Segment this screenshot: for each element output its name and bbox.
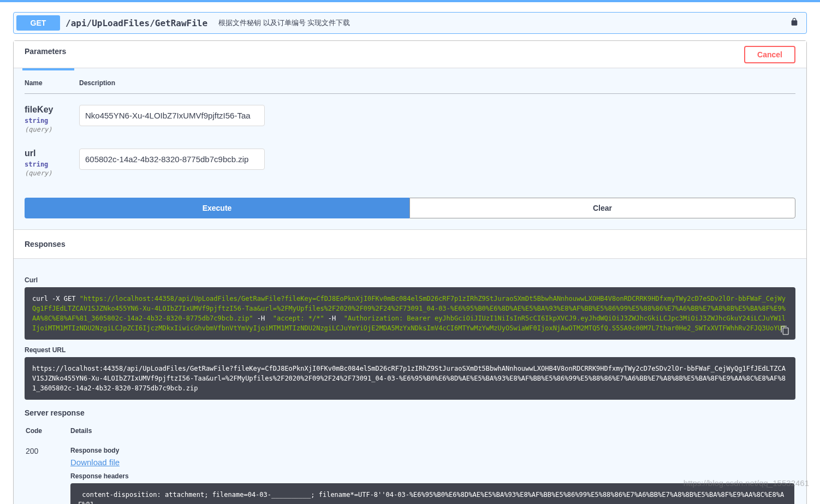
http-method-badge: GET — [16, 15, 60, 31]
download-file-link[interactable]: Download file — [70, 458, 120, 467]
details-header: Details — [70, 424, 794, 438]
operation-header[interactable]: GET /api/UpLoadFiles/GetRawFile 根据文件秘钥 以… — [13, 12, 807, 34]
request-url-block: https://localhost:44358/api/UpLoadFiles/… — [25, 357, 795, 400]
param-name: fileKey — [25, 105, 68, 115]
curl-header-accept: "accept: */*" — [273, 315, 324, 322]
parameters-table: Name Description fileKey string (query) — [25, 79, 795, 181]
curl-label: Curl — [25, 276, 795, 284]
responses-body: Curl curl -X GET "https://localhost:4435… — [14, 259, 806, 504]
param-row: url string (query) — [25, 138, 795, 181]
cancel-button[interactable]: Cancel — [744, 46, 795, 63]
curl-cmd: curl -X GET — [32, 295, 80, 303]
col-description-header: Description — [79, 79, 795, 94]
param-type: string — [25, 161, 68, 168]
parameters-body: Name Description fileKey string (query) — [14, 68, 806, 229]
lock-icon[interactable] — [790, 17, 799, 28]
filekey-input[interactable] — [79, 105, 265, 126]
parameters-title: Parameters — [25, 47, 66, 62]
responses-header: Responses — [14, 229, 806, 259]
responses-title: Responses — [25, 240, 66, 248]
response-body-label: Response body — [70, 447, 794, 454]
watermark: https://blog.csdn.net/qq_15532461 — [684, 478, 809, 488]
col-name-header: Name — [25, 79, 79, 94]
url-input[interactable] — [79, 149, 265, 170]
execute-button[interactable]: Execute — [25, 198, 409, 218]
code-header: Code — [26, 424, 69, 438]
curl-flag: -H — [253, 315, 273, 322]
param-in: (query) — [25, 126, 68, 133]
response-row: 200 Response body Download file Response… — [26, 439, 794, 504]
param-type: string — [25, 117, 68, 124]
operation-path: /api/UpLoadFiles/GetRawFile — [66, 18, 207, 28]
response-code: 200 — [26, 439, 69, 504]
param-in: (query) — [25, 169, 68, 177]
clear-button[interactable]: Clear — [409, 198, 795, 218]
param-name: url — [25, 149, 68, 158]
server-response-label: Server response — [25, 408, 795, 417]
parameters-header: Parameters Cancel — [14, 41, 806, 68]
curl-block: curl -X GET "https://localhost:44358/api… — [25, 287, 795, 340]
request-url-label: Request URL — [25, 346, 795, 354]
curl-flag: -H — [324, 315, 344, 322]
response-table: Code Details 200 Response body Download … — [25, 423, 795, 504]
operation-content: Parameters Cancel Name Description fileK… — [13, 40, 807, 504]
top-accent-bar — [0, 0, 820, 2]
copy-icon[interactable] — [780, 325, 790, 335]
param-row: fileKey string (query) — [25, 94, 795, 138]
operation-summary: 根据文件秘钥 以及订单编号 实现文件下载 — [218, 18, 350, 28]
execute-row: Execute Clear — [25, 198, 795, 218]
